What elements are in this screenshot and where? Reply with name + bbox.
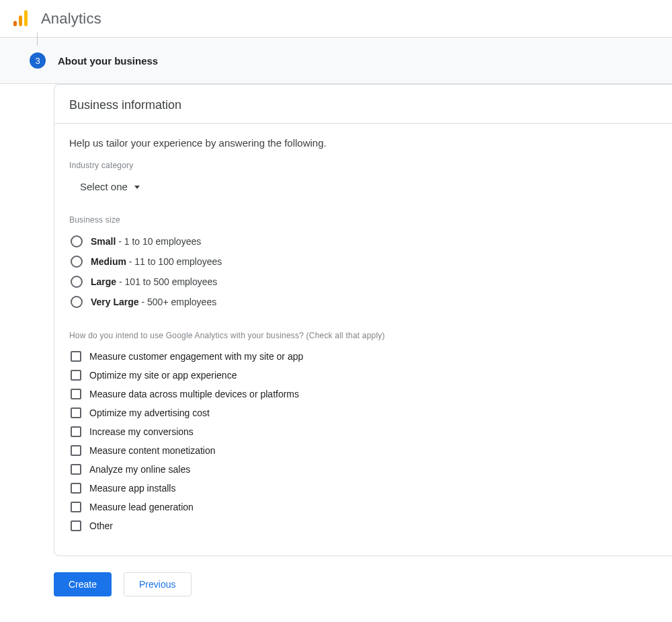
intent-option-label: Measure app installs [89,483,175,494]
checkbox-icon[interactable] [71,407,81,418]
business-size-label: Business size [69,215,657,225]
intent-option-label: Measure data across multiple devices or … [89,389,299,399]
size-option-main: Large [91,276,116,287]
intent-label: How do you intend to use Google Analytic… [69,331,657,340]
analytics-logo-icon [13,10,28,28]
radio-icon[interactable] [71,235,83,247]
size-option-main: Small [91,236,116,247]
intent-option[interactable]: Measure lead generation [69,498,657,516]
intent-option[interactable]: Measure customer engagement with my site… [69,347,657,366]
help-text: Help us tailor your experience by answer… [69,137,657,149]
size-option-detail: - 500+ employees [139,297,217,307]
checkbox-icon[interactable] [71,445,81,456]
create-button[interactable]: Create [54,572,112,596]
intent-option[interactable]: Measure app installs [69,479,657,498]
business-size-group: Small - 1 to 10 employees Medium - 11 to… [69,231,657,312]
business-info-card: Business information Help us tailor your… [54,84,672,556]
intent-option-label: Optimize my advertising cost [89,407,210,418]
intent-option-label: Analyze my online sales [89,464,190,475]
intent-option-label: Measure content monetization [89,445,216,456]
checkbox-icon[interactable] [71,426,81,437]
step-title: About your business [58,55,158,67]
size-option-small[interactable]: Small - 1 to 10 employees [69,231,657,251]
previous-button[interactable]: Previous [124,572,191,596]
intent-option[interactable]: Analyze my online sales [69,460,657,479]
checkbox-icon[interactable] [71,351,81,362]
form-actions: Create Previous [0,556,672,617]
intent-option[interactable]: Other [69,516,657,535]
size-option-detail: - 101 to 500 employees [116,276,217,287]
intent-option-label: Measure customer engagement with my site… [89,351,303,362]
intent-option[interactable]: Optimize my site or app experience [69,366,657,385]
size-option-main: Medium [91,256,126,267]
card-title: Business information [54,85,672,124]
app-title: Analytics [41,10,101,28]
size-option-medium[interactable]: Medium - 11 to 100 employees [69,251,657,272]
intent-option[interactable]: Measure data across multiple devices or … [69,385,657,403]
intent-option[interactable]: Optimize my advertising cost [69,403,657,422]
step-number-badge: 3 [30,52,46,69]
industry-select-value: Select one [80,181,128,192]
size-option-very-large[interactable]: Very Large - 500+ employees [69,292,657,312]
checkbox-icon[interactable] [71,464,81,475]
checkbox-icon[interactable] [71,502,81,512]
checkbox-icon[interactable] [71,520,81,531]
intent-option[interactable]: Measure content monetization [69,441,657,460]
app-header: Analytics [0,0,672,38]
checkbox-icon[interactable] [71,370,81,381]
checkbox-icon[interactable] [71,389,81,399]
stepper: 3 About your business [0,38,672,84]
caret-down-icon [134,186,140,189]
intent-option-label: Optimize my site or app experience [89,370,237,381]
intent-option-label: Other [89,520,113,531]
intent-option-label: Measure lead generation [89,502,194,512]
size-option-detail: - 11 to 100 employees [126,256,222,267]
step-3[interactable]: 3 About your business [30,52,672,69]
intent-option-label: Increase my conversions [89,426,194,437]
radio-icon[interactable] [71,296,83,308]
radio-icon[interactable] [71,276,83,288]
size-option-detail: - 1 to 10 employees [116,236,201,247]
intent-option[interactable]: Increase my conversions [69,422,657,441]
intent-group: Measure customer engagement with my site… [69,347,657,535]
radio-icon[interactable] [71,256,83,268]
industry-category-select[interactable]: Select one [73,177,146,196]
size-option-large[interactable]: Large - 101 to 500 employees [69,272,657,292]
size-option-main: Very Large [91,297,139,307]
checkbox-icon[interactable] [71,483,81,494]
industry-label: Industry category [69,161,657,170]
